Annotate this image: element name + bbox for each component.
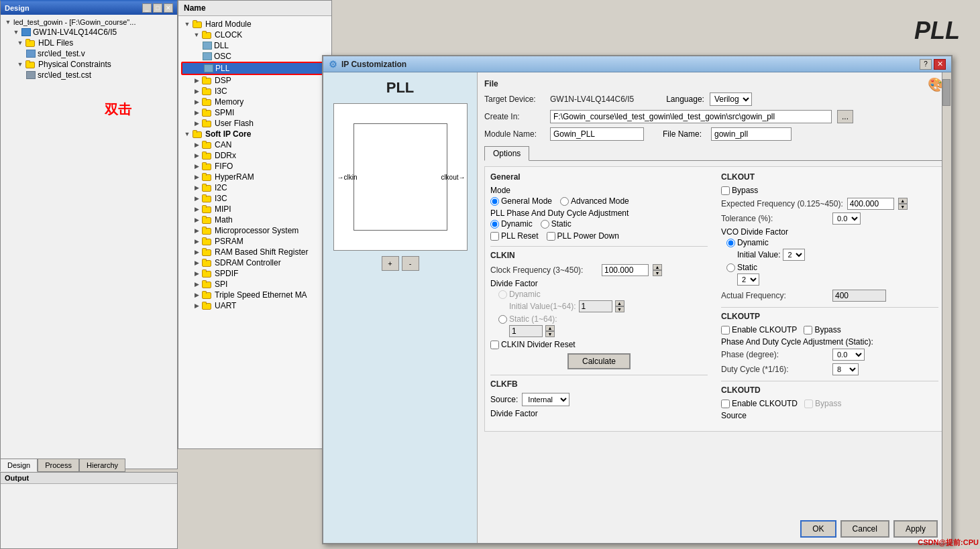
clkoutd-options-row: Enable CLKOUTD Bypass xyxy=(721,399,938,408)
osc-item[interactable]: OSC xyxy=(181,51,329,62)
ddrx-item[interactable]: ▶ DDRx xyxy=(181,150,329,161)
duty-cycle-select[interactable]: 8 4 12 xyxy=(832,363,859,375)
vco-initial-select[interactable]: 24 xyxy=(783,249,805,261)
static-divide-radio[interactable]: Static (1~64): xyxy=(498,314,708,324)
dynamic-radio[interactable]: Dynamic xyxy=(490,219,533,229)
dynamic-divide-radio[interactable]: Dynamic xyxy=(498,290,708,299)
clkout-bypass-check[interactable]: Bypass xyxy=(721,186,938,195)
spi-item[interactable]: ▶ SPI xyxy=(181,279,329,290)
ethernet-item[interactable]: ▶ Triple Speed Ethernet MA xyxy=(181,290,329,300)
clkfb-source-select[interactable]: Internal External xyxy=(522,393,569,406)
calculate-button[interactable]: Calculate xyxy=(567,353,631,369)
static-spinner[interactable]: ▲ ▼ xyxy=(545,325,555,337)
pll-reset-check[interactable]: PLL Reset xyxy=(490,231,539,241)
exp-spin-up[interactable]: ▲ xyxy=(898,198,908,204)
close-button[interactable]: ✕ xyxy=(164,3,173,13)
module-name-input[interactable] xyxy=(550,127,644,141)
uart-item[interactable]: ▶ UART xyxy=(181,300,329,311)
i3c-softip-item[interactable]: ▶ I3C xyxy=(181,193,329,204)
initial-value-input[interactable] xyxy=(579,300,612,312)
i3c-item[interactable]: ▶ I3C xyxy=(181,86,329,97)
ram-shift-item[interactable]: ▶ RAM Based Shift Register xyxy=(181,247,329,257)
tab-options[interactable]: Options xyxy=(484,146,529,161)
pll-powerdown-check[interactable]: PLL Power Down xyxy=(547,231,619,241)
tab-design[interactable]: Design xyxy=(0,459,38,472)
initial-spin-down[interactable]: ▼ xyxy=(615,306,624,312)
phase-degree-select[interactable]: 0.0 45.0 90.0 xyxy=(832,349,865,361)
can-item[interactable]: ▶ CAN xyxy=(181,139,329,150)
tolerance-select[interactable]: 0.0 1.0 xyxy=(832,212,861,225)
math-item[interactable]: ▶ Math xyxy=(181,215,329,225)
mode-row: Mode General Mode Advanced Mode xyxy=(490,186,708,206)
spin-down[interactable]: ▼ xyxy=(653,270,662,276)
pll-item[interactable]: PLL xyxy=(181,62,329,75)
psram-item[interactable]: ▶ PSRAM xyxy=(181,236,329,247)
fifo-item[interactable]: ▶ FIFO xyxy=(181,161,329,172)
static-spin-down[interactable]: ▼ xyxy=(545,331,555,337)
microprocessor-item[interactable]: ▶ Microprocessor System xyxy=(181,225,329,236)
clkoutp-bypass-check[interactable]: Bypass xyxy=(804,325,840,334)
tab-hierarchy[interactable]: Hierarchy xyxy=(79,459,125,472)
actual-freq-input[interactable] xyxy=(832,290,886,302)
tree-root[interactable]: ▼ led_test_gowin - [F:\Gowin_course"... xyxy=(3,17,174,27)
tree-constraints[interactable]: ▼ Physical Constraints xyxy=(3,59,174,70)
static-spin-up[interactable]: ▲ xyxy=(545,325,555,331)
tree-hdl[interactable]: ▼ HDL Files xyxy=(3,38,174,48)
zoom-in-button[interactable]: + xyxy=(382,256,399,271)
zoom-out-button[interactable]: - xyxy=(402,256,419,271)
minimize-button[interactable]: _ xyxy=(142,3,152,13)
pll-diagram-panel: PLL 🎨 →clkin clkout→ + - xyxy=(323,72,478,543)
apply-button[interactable]: Apply xyxy=(893,520,938,538)
dialog-bottom-buttons: OK Cancel Apply xyxy=(800,520,938,538)
language-select[interactable]: Verilog VHDL xyxy=(710,93,752,106)
vco-static-select[interactable]: 24 xyxy=(737,273,759,286)
clock-item[interactable]: ▼ CLOCK xyxy=(181,29,329,40)
spdif-item[interactable]: ▶ SPDIF xyxy=(181,268,329,279)
static-radio[interactable]: Static xyxy=(541,219,571,229)
mipi-item[interactable]: ▶ MIPI xyxy=(181,204,329,215)
i2c-item[interactable]: ▶ I2C xyxy=(181,182,329,193)
tab-process[interactable]: Process xyxy=(38,459,79,472)
spmi-item[interactable]: ▶ SPMI xyxy=(181,107,329,118)
scrollbar-thumb[interactable] xyxy=(942,79,950,106)
clk-freq-input[interactable] xyxy=(602,264,649,276)
hyperram-item[interactable]: ▶ HyperRAM xyxy=(181,172,329,182)
enable-clkoutd-check[interactable]: Enable CLKOUTD xyxy=(721,399,798,408)
advanced-mode-radio[interactable]: Advanced Mode xyxy=(560,196,629,206)
vco-dynamic-radio[interactable]: Dynamic xyxy=(726,238,938,247)
ok-button[interactable]: OK xyxy=(800,520,836,538)
exp-spin-down[interactable]: ▼ xyxy=(898,204,908,210)
initial-spin-up[interactable]: ▲ xyxy=(615,300,624,306)
hyperram-label: HyperRAM xyxy=(215,172,254,182)
vco-static-radio[interactable]: Static xyxy=(726,263,938,272)
enable-clkoutp-check[interactable]: Enable CLKOUTP xyxy=(721,325,797,334)
tree-chip[interactable]: ▼ GW1N-LV4LQ144C6/I5 xyxy=(3,27,174,38)
dsp-item[interactable]: ▶ DSP xyxy=(181,75,329,86)
dialog-scrollbar[interactable] xyxy=(942,72,951,543)
static-value-input[interactable] xyxy=(509,325,543,337)
hard-module-item[interactable]: ▼ Hard Module xyxy=(181,19,329,29)
user-flash-item[interactable]: ▶ User Flash xyxy=(181,118,329,129)
memory-item[interactable]: ▶ Memory xyxy=(181,97,329,107)
spin-up[interactable]: ▲ xyxy=(653,264,662,270)
file-name-input[interactable] xyxy=(711,127,792,141)
clk-freq-spinner[interactable]: ▲ ▼ xyxy=(653,264,662,276)
general-mode-radio[interactable]: General Mode xyxy=(490,196,552,206)
maximize-button[interactable]: □ xyxy=(153,3,162,13)
dll-item[interactable]: DLL xyxy=(181,40,329,51)
help-button[interactable]: ? xyxy=(920,59,932,70)
dialog-close-button[interactable]: ✕ xyxy=(934,59,946,70)
soft-ip-core-item[interactable]: ▼ Soft IP Core xyxy=(181,129,329,139)
tree-file-cst[interactable]: src\led_test.cst xyxy=(3,70,174,80)
initial-value-spinner[interactable]: ▲ ▼ xyxy=(615,300,624,312)
cancel-button[interactable]: Cancel xyxy=(840,520,889,538)
expected-freq-input[interactable] xyxy=(847,198,894,210)
clkoutd-bypass-check[interactable]: Bypass xyxy=(804,399,841,408)
folder-icon2 xyxy=(25,60,36,68)
tree-file-v[interactable]: src\led_test.v xyxy=(3,48,174,59)
clkin-divider-reset-check[interactable]: CLKIN Divider Reset xyxy=(490,340,708,349)
expected-freq-spinner[interactable]: ▲ ▼ xyxy=(898,198,908,210)
create-in-input[interactable] xyxy=(550,110,832,123)
create-in-browse[interactable]: ... xyxy=(837,110,853,123)
sdram-item[interactable]: ▶ SDRAM Controller xyxy=(181,257,329,268)
